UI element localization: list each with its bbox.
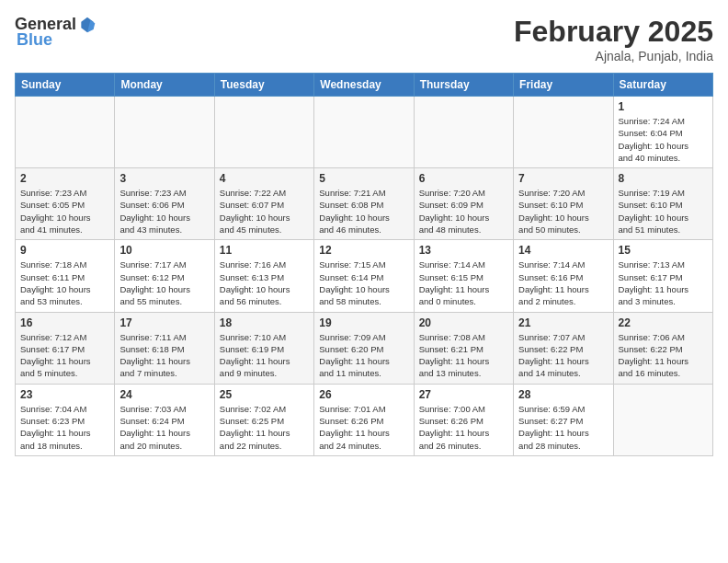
calendar-day-cell: 11Sunrise: 7:16 AM Sunset: 6:13 PM Dayli… [214, 240, 313, 312]
day-info: Sunrise: 7:12 AM Sunset: 6:17 PM Dayligh… [20, 331, 109, 380]
weekday-header-thursday: Thursday [414, 74, 513, 97]
calendar-day-cell: 6Sunrise: 7:20 AM Sunset: 6:09 PM Daylig… [414, 168, 513, 240]
calendar-day-cell: 17Sunrise: 7:11 AM Sunset: 6:18 PM Dayli… [115, 312, 214, 384]
day-number: 16 [20, 316, 109, 329]
day-number: 8 [619, 172, 708, 185]
calendar-week-row: 16Sunrise: 7:12 AM Sunset: 6:17 PM Dayli… [16, 312, 713, 384]
day-info: Sunrise: 7:22 AM Sunset: 6:07 PM Dayligh… [220, 187, 309, 236]
calendar-day-cell: 28Sunrise: 6:59 AM Sunset: 6:27 PM Dayli… [514, 384, 613, 455]
calendar-week-row: 1Sunrise: 7:24 AM Sunset: 6:04 PM Daylig… [16, 97, 713, 168]
day-info: Sunrise: 7:19 AM Sunset: 6:10 PM Dayligh… [619, 187, 708, 236]
calendar-day-cell: 15Sunrise: 7:13 AM Sunset: 6:17 PM Dayli… [613, 240, 712, 312]
title-block: February 2025 Ajnala, Punjab, India [514, 15, 713, 63]
day-info: Sunrise: 7:13 AM Sunset: 6:17 PM Dayligh… [619, 259, 708, 307]
day-info: Sunrise: 7:24 AM Sunset: 6:04 PM Dayligh… [619, 115, 708, 164]
day-info: Sunrise: 7:21 AM Sunset: 6:08 PM Dayligh… [319, 187, 408, 236]
day-info: Sunrise: 7:16 AM Sunset: 6:13 PM Dayligh… [220, 259, 309, 307]
calendar-day-cell: 1Sunrise: 7:24 AM Sunset: 6:04 PM Daylig… [613, 97, 712, 168]
day-number: 5 [319, 172, 408, 185]
page-header: General Blue February 2025 Ajnala, Punja… [15, 15, 713, 63]
weekday-header-row: SundayMondayTuesdayWednesdayThursdayFrid… [16, 74, 713, 97]
day-info: Sunrise: 7:18 AM Sunset: 6:11 PM Dayligh… [20, 259, 109, 307]
day-info: Sunrise: 7:20 AM Sunset: 6:10 PM Dayligh… [518, 187, 608, 236]
day-number: 23 [20, 388, 109, 401]
day-info: Sunrise: 7:08 AM Sunset: 6:21 PM Dayligh… [419, 331, 508, 380]
calendar-day-cell: 7Sunrise: 7:20 AM Sunset: 6:10 PM Daylig… [514, 168, 613, 240]
calendar-day-cell: 3Sunrise: 7:23 AM Sunset: 6:06 PM Daylig… [115, 168, 214, 240]
day-info: Sunrise: 7:10 AM Sunset: 6:19 PM Dayligh… [220, 331, 309, 380]
day-number: 26 [319, 388, 408, 401]
calendar-day-cell: 2Sunrise: 7:23 AM Sunset: 6:05 PM Daylig… [16, 168, 115, 240]
day-number: 19 [319, 316, 408, 329]
logo-blue: Blue [17, 30, 52, 50]
day-number: 24 [119, 388, 209, 401]
weekday-header-tuesday: Tuesday [214, 74, 313, 97]
calendar-day-cell: 18Sunrise: 7:10 AM Sunset: 6:19 PM Dayli… [214, 312, 313, 384]
day-info: Sunrise: 7:04 AM Sunset: 6:23 PM Dayligh… [20, 403, 109, 452]
calendar-day-cell: 26Sunrise: 7:01 AM Sunset: 6:26 PM Dayli… [314, 384, 414, 455]
day-number: 4 [220, 172, 309, 185]
calendar-day-cell: 25Sunrise: 7:02 AM Sunset: 6:25 PM Dayli… [214, 384, 313, 455]
day-number: 17 [119, 316, 209, 329]
day-number: 3 [119, 172, 209, 185]
day-info: Sunrise: 6:59 AM Sunset: 6:27 PM Dayligh… [518, 403, 608, 452]
calendar-day-cell: 16Sunrise: 7:12 AM Sunset: 6:17 PM Dayli… [16, 312, 115, 384]
day-info: Sunrise: 7:09 AM Sunset: 6:20 PM Dayligh… [319, 331, 408, 380]
calendar-day-cell: 22Sunrise: 7:06 AM Sunset: 6:22 PM Dayli… [613, 312, 712, 384]
calendar-day-cell: 9Sunrise: 7:18 AM Sunset: 6:11 PM Daylig… [16, 240, 115, 312]
day-number: 6 [419, 172, 508, 185]
calendar-day-cell: 8Sunrise: 7:19 AM Sunset: 6:10 PM Daylig… [613, 168, 712, 240]
day-number: 25 [220, 388, 309, 401]
calendar-day-cell [115, 97, 214, 168]
weekday-header-friday: Friday [514, 74, 613, 97]
day-info: Sunrise: 7:14 AM Sunset: 6:15 PM Dayligh… [419, 259, 508, 307]
location-subtitle: Ajnala, Punjab, India [514, 49, 713, 63]
logo: General Blue [15, 15, 97, 50]
calendar-day-cell: 4Sunrise: 7:22 AM Sunset: 6:07 PM Daylig… [214, 168, 313, 240]
calendar-day-cell: 12Sunrise: 7:15 AM Sunset: 6:14 PM Dayli… [314, 240, 414, 312]
calendar-day-cell: 21Sunrise: 7:07 AM Sunset: 6:22 PM Dayli… [514, 312, 613, 384]
day-number: 27 [419, 388, 508, 401]
logo-icon [78, 16, 97, 34]
calendar-day-cell: 13Sunrise: 7:14 AM Sunset: 6:15 PM Dayli… [414, 240, 513, 312]
weekday-header-monday: Monday [115, 74, 214, 97]
day-info: Sunrise: 7:23 AM Sunset: 6:06 PM Dayligh… [119, 187, 209, 236]
day-number: 13 [419, 244, 508, 257]
calendar-day-cell [314, 97, 414, 168]
calendar-day-cell [214, 97, 313, 168]
day-info: Sunrise: 7:00 AM Sunset: 6:26 PM Dayligh… [419, 403, 508, 452]
calendar-day-cell [613, 384, 712, 455]
day-number: 15 [619, 244, 708, 257]
day-info: Sunrise: 7:01 AM Sunset: 6:26 PM Dayligh… [319, 403, 408, 452]
day-number: 14 [518, 244, 608, 257]
calendar-day-cell: 19Sunrise: 7:09 AM Sunset: 6:20 PM Dayli… [314, 312, 414, 384]
day-number: 7 [518, 172, 608, 185]
day-number: 12 [319, 244, 408, 257]
day-info: Sunrise: 7:17 AM Sunset: 6:12 PM Dayligh… [119, 259, 209, 307]
calendar-day-cell: 20Sunrise: 7:08 AM Sunset: 6:21 PM Dayli… [414, 312, 513, 384]
day-number: 9 [20, 244, 109, 257]
calendar-day-cell: 27Sunrise: 7:00 AM Sunset: 6:26 PM Dayli… [414, 384, 513, 455]
calendar-week-row: 23Sunrise: 7:04 AM Sunset: 6:23 PM Dayli… [16, 384, 713, 455]
calendar-day-cell [514, 97, 613, 168]
calendar-day-cell: 24Sunrise: 7:03 AM Sunset: 6:24 PM Dayli… [115, 384, 214, 455]
day-info: Sunrise: 7:15 AM Sunset: 6:14 PM Dayligh… [319, 259, 408, 307]
day-number: 18 [220, 316, 309, 329]
day-number: 11 [220, 244, 309, 257]
calendar-day-cell: 5Sunrise: 7:21 AM Sunset: 6:08 PM Daylig… [314, 168, 414, 240]
calendar-day-cell: 23Sunrise: 7:04 AM Sunset: 6:23 PM Dayli… [16, 384, 115, 455]
day-info: Sunrise: 7:03 AM Sunset: 6:24 PM Dayligh… [119, 403, 209, 452]
day-number: 20 [419, 316, 508, 329]
calendar-day-cell [16, 97, 115, 168]
day-number: 21 [518, 316, 608, 329]
day-number: 2 [20, 172, 109, 185]
day-info: Sunrise: 7:20 AM Sunset: 6:09 PM Dayligh… [419, 187, 508, 236]
day-info: Sunrise: 7:02 AM Sunset: 6:25 PM Dayligh… [220, 403, 309, 452]
day-number: 28 [518, 388, 608, 401]
weekday-header-wednesday: Wednesday [314, 74, 414, 97]
weekday-header-sunday: Sunday [16, 74, 115, 97]
calendar-week-row: 2Sunrise: 7:23 AM Sunset: 6:05 PM Daylig… [16, 168, 713, 240]
calendar-day-cell [414, 97, 513, 168]
day-number: 22 [619, 316, 708, 329]
day-info: Sunrise: 7:23 AM Sunset: 6:05 PM Dayligh… [20, 187, 109, 236]
